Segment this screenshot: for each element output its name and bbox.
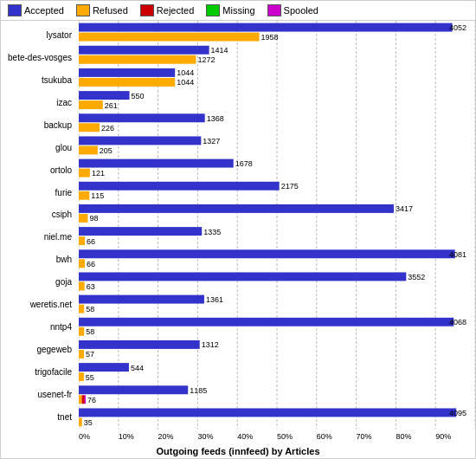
svg-rect-47 (79, 227, 202, 236)
svg-text:121: 121 (92, 169, 105, 178)
svg-rect-45 (79, 214, 87, 223)
svg-text:205: 205 (100, 146, 113, 155)
svg-rect-17 (79, 55, 196, 64)
svg-rect-77 (79, 395, 82, 404)
legend-item-accepted: Accepted (8, 4, 64, 16)
svg-text:261: 261 (105, 101, 118, 110)
legend-color-accepted (8, 4, 22, 16)
y-label-furie: furie (4, 189, 75, 197)
svg-rect-61 (79, 305, 84, 314)
svg-text:3417: 3417 (396, 204, 413, 213)
svg-text:1327: 1327 (203, 137, 220, 145)
svg-text:2175: 2175 (281, 182, 299, 191)
svg-text:55: 55 (86, 373, 94, 382)
svg-text:98: 98 (89, 214, 98, 223)
legend-item-refused: Refused (76, 4, 128, 16)
svg-rect-53 (79, 259, 85, 268)
svg-text:1312: 1312 (202, 340, 219, 349)
chart-container: AcceptedRefusedRejectedMissingSpooled ly… (0, 0, 476, 459)
svg-rect-55 (79, 272, 406, 281)
svg-rect-37 (79, 169, 90, 178)
legend-color-rejected (140, 4, 154, 16)
svg-text:76: 76 (87, 396, 96, 404)
svg-text:1361: 1361 (206, 295, 223, 304)
svg-text:544: 544 (131, 364, 144, 372)
svg-rect-59 (79, 295, 204, 304)
svg-rect-65 (79, 327, 84, 336)
y-label-bete-des-vosges: bete-des-vosges (4, 54, 75, 62)
svg-rect-15 (79, 46, 209, 55)
svg-text:3552: 3552 (408, 273, 425, 281)
svg-rect-57 (79, 281, 85, 290)
y-label-izac: izac (4, 99, 75, 107)
svg-rect-78 (82, 395, 85, 404)
svg-rect-71 (79, 363, 129, 372)
chart-area: 4052195814141272104410445502611368226132… (79, 21, 475, 444)
y-label-nntp4: nntp4 (4, 323, 75, 332)
svg-text:4052: 4052 (449, 23, 466, 32)
svg-text:1958: 1958 (261, 33, 279, 42)
legend-label-missing: Missing (222, 5, 254, 16)
svg-rect-35 (79, 159, 234, 168)
svg-rect-73 (79, 372, 84, 381)
svg-rect-75 (79, 385, 188, 394)
svg-text:1368: 1368 (207, 114, 224, 123)
legend-color-refused (76, 4, 90, 16)
y-label-backup: backup (4, 121, 75, 130)
svg-rect-69 (79, 350, 84, 359)
svg-rect-25 (79, 100, 103, 109)
svg-rect-21 (79, 78, 175, 87)
svg-text:1185: 1185 (190, 386, 207, 395)
svg-text:1044: 1044 (177, 68, 194, 77)
svg-rect-79 (85, 395, 86, 404)
y-labels: lysatorbete-des-vosgestsukubaizacbackupg… (1, 21, 79, 444)
svg-rect-81 (79, 408, 456, 417)
y-label-ortolo: ortolo (4, 166, 75, 175)
svg-rect-19 (79, 68, 175, 77)
svg-text:1678: 1678 (235, 159, 253, 168)
y-label-gegeweb: gegeweb (4, 346, 75, 354)
legend-item-missing: Missing (206, 4, 254, 16)
svg-text:226: 226 (101, 124, 114, 133)
svg-rect-49 (79, 236, 85, 245)
svg-rect-13 (79, 33, 260, 42)
svg-text:66: 66 (87, 237, 95, 246)
svg-text:4068: 4068 (449, 318, 466, 326)
svg-text:1335: 1335 (203, 228, 221, 236)
y-label-usenet-fr: usenet-fr (4, 391, 75, 399)
svg-rect-11 (79, 23, 453, 32)
svg-rect-51 (79, 249, 455, 258)
svg-rect-27 (79, 113, 205, 122)
y-label-lysator: lysator (4, 31, 75, 40)
y-label-goja: goja (4, 278, 75, 287)
svg-rect-39 (79, 182, 280, 191)
svg-text:115: 115 (91, 191, 104, 200)
legend: AcceptedRefusedRejectedMissingSpooled (1, 1, 475, 21)
svg-rect-67 (79, 340, 200, 349)
svg-rect-41 (79, 191, 89, 200)
legend-label-spooled: Spooled (284, 5, 318, 16)
chart-title: Outgoing feeds (innfeed) by Articles (1, 444, 475, 458)
svg-rect-83 (79, 417, 82, 426)
svg-rect-33 (79, 145, 98, 154)
x-labels-row: 0%10%20%30%40%50%60%70%80%90%100% (79, 429, 475, 444)
y-label-niel.me: niel.me (4, 233, 75, 242)
svg-rect-63 (79, 318, 453, 326)
legend-item-spooled: Spooled (267, 4, 318, 16)
legend-label-refused: Refused (93, 5, 128, 16)
svg-text:66: 66 (87, 260, 95, 268)
svg-rect-29 (79, 123, 100, 132)
y-label-tnet: tnet (4, 413, 75, 422)
y-label-glou: glou (4, 144, 75, 152)
svg-text:4081: 4081 (449, 250, 466, 259)
svg-text:35: 35 (84, 418, 93, 427)
svg-rect-23 (79, 91, 130, 100)
legend-label-accepted: Accepted (24, 5, 64, 16)
svg-text:1272: 1272 (197, 55, 215, 64)
bars-svg: 4052195814141272104410445502611368226132… (79, 21, 475, 429)
y-label-tsukuba: tsukuba (4, 76, 75, 85)
y-label-csiph: csiph (4, 210, 75, 219)
y-label-weretis.net: weretis.net (4, 301, 75, 309)
svg-rect-43 (79, 204, 394, 213)
svg-text:58: 58 (86, 327, 94, 336)
